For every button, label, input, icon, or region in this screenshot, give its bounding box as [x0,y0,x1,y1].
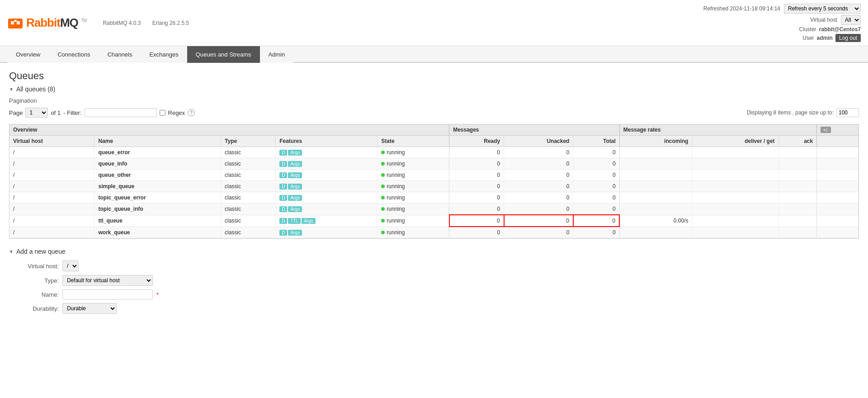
regex-checkbox[interactable] [160,110,165,116]
th-features: Features [276,136,377,147]
type-form-label: Type: [9,277,59,284]
displaying-label: Displaying 8 items , page size up to: [747,109,834,116]
vhost-form-label: Virtual host: [9,263,59,270]
nav-item-queues-and-streams[interactable]: Queues and Streams [187,46,260,63]
nav-item-channels[interactable]: Channels [99,46,141,63]
cell-features: DArgs [276,181,377,192]
nav-item-admin[interactable]: Admin [260,46,294,63]
durability-form-row: Durability: Durable Transient [9,303,859,314]
logo-label: RabbitMQ TM [26,16,86,30]
table-row: / topic_queue_error classic DArgs runnin… [9,192,859,204]
cell-state: running [377,147,449,158]
cell-total: 0 [573,181,619,192]
all-queues-section: ▼ All queues (8) Pagination Page 1 of 1 … [9,85,859,239]
page-select[interactable]: 1 [25,108,48,118]
cell-features: DArgs [276,204,377,215]
all-queues-header[interactable]: ▼ All queues (8) [9,85,859,93]
th-ready: Ready [449,136,504,147]
plus-minus-button[interactable]: +/- [821,127,831,133]
cell-name[interactable]: queue_other [94,170,221,181]
table-row: / queue_error classic DArgs running 0 0 … [9,147,859,158]
cell-state: running [377,227,449,238]
add-queue-type-select[interactable]: Default for virtual host Classic Quorum … [62,275,153,286]
nav-item-connections[interactable]: Connections [49,46,99,63]
cell-total: 0 [573,192,619,204]
cell-type: classic [221,147,276,158]
cell-type: classic [221,227,276,238]
cell-deliver-get [692,170,778,181]
add-queue-vhost-select[interactable]: / [62,261,79,271]
th-total: Total [573,136,619,147]
vhost-form-row: Virtual host: / [9,261,859,271]
cell-name[interactable]: queue_error [94,147,221,158]
svg-rect-3 [14,20,17,22]
cell-incoming [619,227,692,238]
cell-unacked: 0 [504,170,573,181]
cell-ack [778,170,817,181]
cell-ready: 0 [449,147,504,158]
nav-item-overview[interactable]: Overview [7,46,49,63]
cell-vhost: / [9,227,94,238]
cell-ready: 0 [449,204,504,215]
of-label: of 1 [51,109,61,116]
triangle-down-icon-2: ▼ [9,249,14,254]
cell-vhost: / [9,192,94,204]
name-form-row: Name: * [9,289,859,299]
add-queue-label: Add a new queue [16,248,66,255]
th-incoming: incoming [619,136,692,147]
table-row: / simple_queue classic DArgs running 0 0… [9,181,859,192]
cell-incoming [619,204,692,215]
logout-button[interactable]: Log out [835,34,861,42]
add-queue-durability-select[interactable]: Durable Transient [62,303,117,314]
col-header-rates: Message rates [619,124,816,136]
page-size-input[interactable] [836,108,859,117]
cell-name[interactable]: queue_info [94,158,221,170]
cell-state: running [377,192,449,204]
cell-deliver-get [692,192,778,204]
cell-features: DArgs [276,147,377,158]
nav-item-exchanges[interactable]: Exchanges [141,46,187,63]
main-content: Queues ▼ All queues (8) Pagination Page … [0,63,868,325]
cell-extra [817,158,859,170]
cell-type: classic [221,170,276,181]
cell-name[interactable]: topic_queue_error [94,192,221,204]
cell-vhost: / [9,181,94,192]
refresh-select[interactable]: Refresh every 5 secondsRefresh every 10 … [784,4,861,14]
cell-state: running [377,204,449,215]
filter-label: - Filter: [63,109,81,116]
cell-vhost: / [9,204,94,215]
cell-name[interactable]: simple_queue [94,181,221,192]
add-queue-name-input[interactable] [62,289,153,299]
cell-extra [817,204,859,215]
cell-unacked: 0 [504,215,573,227]
cell-unacked: 0 [504,204,573,215]
filter-input[interactable] [85,108,157,117]
cell-name[interactable]: ttl_queue [94,215,221,227]
col-header-overview: Overview [9,124,449,136]
durability-form-label: Durability: [9,305,59,312]
help-icon[interactable]: ? [188,109,195,116]
page-label: Page [9,109,23,116]
cell-incoming [619,147,692,158]
top-right-info: Refreshed 2024-11-18 09:14:14 Refresh ev… [703,4,861,42]
cell-deliver-get [692,204,778,215]
plus-minus-col[interactable]: +/- [817,124,859,136]
cell-state: running [377,158,449,170]
cell-extra [817,192,859,204]
cell-ack [778,227,817,238]
vhost-select[interactable]: All/ [841,15,861,25]
triangle-down-icon: ▼ [9,87,14,92]
cell-ack [778,192,817,204]
user-label: User [802,35,814,41]
cell-name[interactable]: work_queue [94,227,221,238]
cell-incoming: 0.00/s [619,215,692,227]
cell-total: 0 [573,227,619,238]
cell-deliver-get [692,227,778,238]
cell-ack [778,204,817,215]
table-row: / ttl_queue classic DTTLArgs running 0 0… [9,215,859,227]
add-queue-header[interactable]: ▼ Add a new queue [9,248,859,255]
cell-unacked: 0 [504,147,573,158]
cell-name[interactable]: topic_queue_info [94,204,221,215]
header: RabbitMQ TM RabbitMQ 4.0.3 Erlang 26.2.5… [0,0,868,46]
cell-features: DArgs [276,192,377,204]
